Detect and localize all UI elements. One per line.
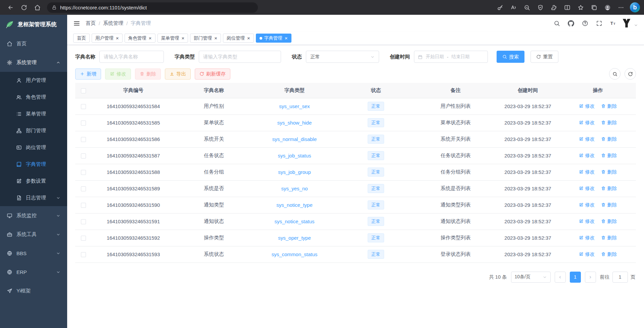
row-delete-button[interactable]: 删除 bbox=[601, 103, 617, 109]
prev-page-button[interactable]: ‹ bbox=[555, 272, 566, 283]
question-button[interactable] bbox=[579, 17, 591, 29]
row-edit-button[interactable]: 修改 bbox=[579, 235, 595, 241]
goto-page-input[interactable] bbox=[612, 272, 628, 283]
dict-type-link[interactable]: sys_notice_type bbox=[276, 202, 313, 208]
row-edit-button[interactable]: 修改 bbox=[579, 185, 595, 192]
close-icon[interactable]: × bbox=[247, 36, 250, 41]
row-checkbox[interactable] bbox=[81, 137, 86, 142]
split-screen-button[interactable] bbox=[561, 2, 573, 13]
page-size-select[interactable]: 10条/页 bbox=[511, 272, 551, 283]
copilot-icon[interactable]: b bbox=[630, 2, 640, 12]
refresh-table-button[interactable] bbox=[625, 68, 636, 80]
tab-字典管理[interactable]: 字典管理× bbox=[256, 34, 291, 43]
collections-button[interactable] bbox=[588, 2, 600, 13]
github-button[interactable] bbox=[565, 17, 577, 29]
home-button[interactable] bbox=[31, 2, 44, 13]
dict-type-link[interactable]: sys_oper_type bbox=[278, 235, 311, 241]
row-edit-button[interactable]: 修改 bbox=[579, 120, 595, 126]
row-delete-button[interactable]: 删除 bbox=[601, 136, 617, 142]
close-icon[interactable]: × bbox=[214, 36, 217, 41]
search-button[interactable] bbox=[551, 17, 562, 29]
row-delete-button[interactable]: 删除 bbox=[601, 235, 617, 241]
row-delete-button[interactable]: 删除 bbox=[601, 152, 617, 159]
sidebar-item-system[interactable]: 系统管理 bbox=[0, 53, 67, 72]
row-delete-button[interactable]: 删除 bbox=[601, 169, 617, 175]
sidebar-item-monitor[interactable]: 系统监控 bbox=[0, 206, 67, 225]
tab-菜单管理[interactable]: 菜单管理× bbox=[157, 34, 188, 43]
close-icon[interactable]: × bbox=[116, 36, 119, 41]
star-button[interactable] bbox=[574, 2, 587, 13]
dict-type-link[interactable]: sys_common_status bbox=[272, 251, 318, 257]
sidebar-item-post[interactable]: 岗位管理 bbox=[0, 139, 67, 156]
refresh-button[interactable] bbox=[17, 2, 30, 13]
row-checkbox[interactable] bbox=[81, 121, 86, 126]
status-select[interactable]: 正常 bbox=[306, 51, 379, 63]
edit-button[interactable]: 修改 bbox=[105, 68, 131, 80]
row-checkbox[interactable] bbox=[81, 104, 86, 109]
address-bar[interactable]: https://ccnetcore.com:1101/system/dict bbox=[47, 2, 258, 13]
app-logo[interactable]: 意框架管理系统 bbox=[0, 15, 67, 34]
dict-type-link[interactable]: sys_normal_disable bbox=[272, 136, 317, 142]
tab-岗位管理[interactable]: 岗位管理× bbox=[223, 34, 254, 43]
close-icon[interactable]: × bbox=[285, 36, 288, 41]
sidebar-item-role[interactable]: 角色管理 bbox=[0, 89, 67, 105]
current-page[interactable]: 1 bbox=[570, 272, 581, 283]
more-button[interactable] bbox=[614, 2, 627, 13]
row-edit-button[interactable]: 修改 bbox=[579, 136, 595, 142]
row-edit-button[interactable]: 修改 bbox=[579, 169, 595, 175]
tab-首页[interactable]: 首页 bbox=[73, 34, 90, 43]
sidebar-item-dict[interactable]: 字典管理 bbox=[0, 156, 67, 173]
font-size-button[interactable]: TT bbox=[607, 17, 619, 29]
row-delete-button[interactable]: 删除 bbox=[601, 218, 617, 225]
fullscreen-button[interactable] bbox=[593, 17, 605, 29]
puzzle-button[interactable] bbox=[547, 2, 560, 13]
tab-用户管理[interactable]: 用户管理× bbox=[92, 34, 123, 43]
delete-button[interactable]: 删除 bbox=[135, 68, 161, 80]
row-checkbox[interactable] bbox=[81, 170, 86, 175]
dict-type-link[interactable]: sys_yes_no bbox=[281, 186, 308, 191]
row-checkbox[interactable] bbox=[81, 153, 86, 158]
sidebar-item-bbs[interactable]: BBS bbox=[0, 244, 67, 263]
sidebar-item-dept[interactable]: 部门管理 bbox=[0, 122, 67, 139]
row-delete-button[interactable]: 删除 bbox=[601, 185, 617, 192]
zoom-out-button[interactable] bbox=[520, 2, 533, 13]
row-checkbox[interactable] bbox=[81, 203, 86, 208]
sidebar-item-yi[interactable]: Yi框架 bbox=[0, 281, 67, 300]
date-range-picker[interactable]: 开始日期 - 结束日期 bbox=[414, 51, 488, 63]
dict-type-input[interactable] bbox=[199, 51, 281, 63]
row-edit-button[interactable]: 修改 bbox=[579, 202, 595, 208]
tab-角色管理[interactable]: 角色管理× bbox=[125, 34, 155, 43]
close-icon[interactable]: × bbox=[182, 36, 185, 41]
sidebar-item-log[interactable]: 日志管理 bbox=[0, 189, 67, 206]
dict-type-link[interactable]: sys_job_group bbox=[278, 169, 311, 175]
select-all-checkbox[interactable] bbox=[81, 88, 86, 93]
dict-type-link[interactable]: sys_user_sex bbox=[279, 103, 310, 109]
row-edit-button[interactable]: 修改 bbox=[579, 251, 595, 257]
close-icon[interactable]: × bbox=[149, 36, 152, 41]
row-checkbox[interactable] bbox=[81, 219, 86, 224]
row-checkbox[interactable] bbox=[81, 252, 86, 257]
breadcrumb-item-system[interactable]: 系统管理 bbox=[103, 20, 123, 27]
breadcrumb-item-home[interactable]: 首页 bbox=[86, 20, 96, 27]
row-delete-button[interactable]: 删除 bbox=[601, 202, 617, 208]
hamburger-icon[interactable] bbox=[73, 20, 80, 27]
search-button[interactable]: 搜索 bbox=[497, 51, 524, 63]
row-edit-button[interactable]: 修改 bbox=[579, 218, 595, 225]
sidebar-item-menu[interactable]: 菜单管理 bbox=[0, 105, 67, 122]
user-menu[interactable] bbox=[621, 17, 638, 29]
sidebar-item-tool[interactable]: 系统工具 bbox=[0, 225, 67, 244]
sidebar-item-user[interactable]: 用户管理 bbox=[0, 72, 67, 89]
toggle-search-button[interactable] bbox=[609, 68, 620, 80]
sidebar-item-param[interactable]: 参数设置 bbox=[0, 173, 67, 189]
row-delete-button[interactable]: 删除 bbox=[601, 251, 617, 257]
row-edit-button[interactable]: 修改 bbox=[579, 152, 595, 159]
sidebar-item-home[interactable]: 首页 bbox=[0, 34, 67, 53]
export-button[interactable]: 导出 bbox=[165, 68, 191, 80]
dict-type-link[interactable]: sys_notice_status bbox=[274, 219, 314, 224]
tab-部门管理[interactable]: 部门管理× bbox=[190, 34, 221, 43]
row-checkbox[interactable] bbox=[81, 186, 86, 191]
row-checkbox[interactable] bbox=[81, 236, 86, 241]
reset-button[interactable]: 重置 bbox=[531, 51, 558, 63]
profile-button[interactable] bbox=[601, 2, 614, 13]
read-aloud-button[interactable] bbox=[507, 2, 520, 13]
